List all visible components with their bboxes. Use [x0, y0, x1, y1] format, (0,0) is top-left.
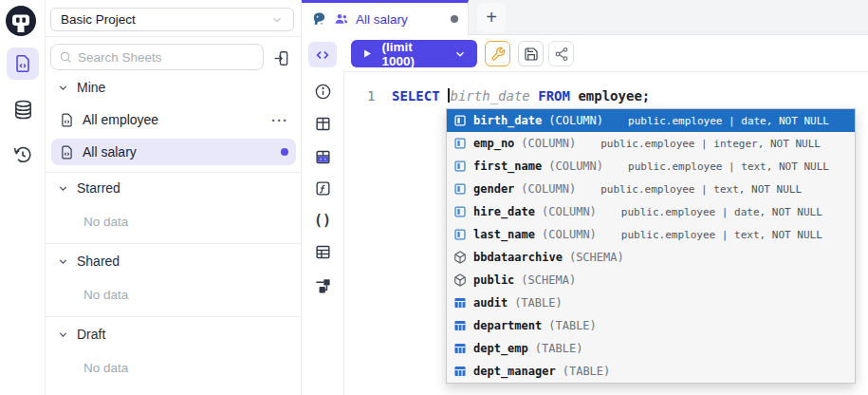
table-icon — [453, 342, 467, 355]
code-tail: employee; — [578, 88, 650, 103]
chevron-down-icon — [57, 182, 69, 195]
new-tab-button[interactable]: + — [477, 3, 506, 32]
sheet-item-label: All salary — [83, 144, 137, 160]
wrench-icon — [490, 47, 506, 62]
autocomplete-item-name: hire_date — [473, 205, 535, 218]
autocomplete-item[interactable]: dept_emp(TABLE) — [447, 337, 855, 360]
autocomplete-item-detail: public.employee | text, NOT NULL — [621, 229, 822, 241]
table-records-icon — [314, 148, 332, 166]
info-button[interactable] — [311, 80, 334, 103]
autocomplete-item-name: last_name — [473, 228, 535, 241]
project-selector[interactable]: Basic Project — [50, 8, 294, 31]
tab-bar: All salary + — [302, 0, 868, 35]
autocomplete-item-detail: public.employee | text, NOT NULL — [628, 160, 829, 173]
autocomplete-item-name: emp_no — [473, 137, 514, 150]
autocomplete-item[interactable]: last_name(COLUMN)public.employee | text,… — [447, 223, 855, 246]
autocomplete-item[interactable]: first_name(COLUMN)public.employee | text… — [447, 155, 855, 178]
autocomplete-item-detail: public.employee | integer, NOT NULL — [600, 138, 821, 150]
import-sheet-icon[interactable] — [271, 47, 292, 68]
run-query-button[interactable]: (limit 1000) — [351, 40, 477, 67]
data-table-button[interactable] — [311, 240, 334, 263]
editor-tool-strip: () — [302, 35, 343, 395]
keyword-select: SELECT — [392, 88, 440, 103]
query-tools-button[interactable] — [485, 41, 510, 66]
autocomplete-item-kind: (COLUMN) — [548, 160, 603, 173]
section-draft[interactable]: Draft — [57, 327, 105, 342]
autocomplete-item[interactable]: dept_manager(TABLE) — [447, 360, 855, 383]
autocomplete-item[interactable]: emp_no(COLUMN)public.employee | integer,… — [447, 132, 855, 155]
schema-flow-icon — [314, 276, 332, 294]
autocomplete-item-name: gender — [473, 182, 514, 196]
autocomplete-item-name: bbdataarchive — [473, 251, 563, 264]
function-button[interactable] — [311, 177, 334, 199]
draft-empty-text: No data — [83, 361, 128, 375]
tab-all-salary[interactable]: All salary — [302, 0, 469, 35]
section-shared[interactable]: Shared — [57, 254, 120, 269]
autocomplete-item-kind: (SCHEMA) — [521, 273, 576, 287]
autocomplete-item-kind: (TABLE) — [535, 342, 583, 355]
code-view-toggle[interactable] — [308, 42, 337, 67]
schema-icon — [453, 273, 467, 287]
table-icon — [453, 319, 467, 332]
autocomplete-item-name: first_name — [473, 160, 542, 173]
autocomplete-item[interactable]: birth_date(COLUMN)public.employee | date… — [447, 109, 855, 132]
table-view-button[interactable] — [311, 112, 334, 135]
sidebar-divider — [46, 243, 301, 244]
column-icon — [453, 137, 467, 150]
function-icon — [314, 179, 332, 198]
parentheses-icon: () — [314, 212, 331, 229]
table-icon — [453, 296, 467, 310]
autocomplete-item-kind: (TABLE) — [514, 296, 563, 310]
postgres-icon — [311, 11, 327, 28]
autocomplete-item-name: dept_emp — [473, 342, 528, 355]
active-sheet-dot — [281, 148, 288, 156]
autocomplete-item-kind: (TABLE) — [548, 319, 597, 332]
save-button[interactable] — [518, 41, 544, 66]
share-button[interactable] — [548, 41, 574, 66]
sheet-item-all-employee[interactable]: All employee ··· — [51, 106, 296, 133]
section-starred-label: Starred — [77, 180, 120, 196]
records-ai-button[interactable] — [311, 145, 334, 168]
column-icon — [453, 160, 467, 173]
section-mine-label: Mine — [77, 80, 105, 95]
sidebar-divider — [46, 36, 301, 37]
nav-sheets-button[interactable] — [7, 47, 39, 80]
chevron-down-icon — [57, 255, 69, 268]
autocomplete-item-detail: public.employee | date, NOT NULL — [628, 115, 829, 127]
code-line: SELECT birth_date FROM employee; — [392, 88, 650, 103]
sidebar-divider — [46, 172, 301, 173]
sheet-item-label: All employee — [83, 112, 158, 127]
autocomplete-item[interactable]: department(TABLE) — [447, 314, 855, 337]
line-number: 1 — [367, 88, 375, 103]
section-starred[interactable]: Starred — [57, 180, 120, 196]
share-icon — [554, 47, 569, 62]
sheet-item-all-salary[interactable]: All salary — [51, 139, 296, 165]
schema-flow-button[interactable] — [311, 273, 334, 296]
nav-database-button[interactable] — [7, 93, 39, 125]
column-icon — [453, 114, 467, 127]
run-limit-label: (limit 1000) — [381, 40, 446, 68]
search-sheets-box — [50, 44, 264, 70]
tab-dirty-dot — [451, 15, 458, 23]
section-mine[interactable]: Mine — [57, 80, 105, 95]
members-icon — [334, 11, 349, 27]
column-icon — [453, 228, 467, 241]
chevron-down-icon[interactable] — [446, 47, 467, 61]
chevron-down-icon — [270, 13, 284, 27]
search-sheets-input[interactable] — [78, 50, 255, 65]
autocomplete-item-detail: public.employee | date, NOT NULL — [621, 206, 822, 218]
column-icon — [453, 182, 467, 196]
robot-logo-icon — [5, 5, 37, 37]
autocomplete-item[interactable]: audit(TABLE) — [447, 292, 855, 314]
nav-history-button[interactable] — [7, 139, 39, 171]
autocomplete-item[interactable]: hire_date(COLUMN)public.employee | date,… — [447, 200, 855, 223]
autocomplete-item[interactable]: public(SCHEMA) — [447, 269, 855, 292]
autocomplete-item[interactable]: bbdataarchive(SCHEMA) — [447, 246, 855, 269]
autocomplete-item[interactable]: gender(COLUMN)public.employee | text, NO… — [447, 178, 855, 200]
sheet-menu-ellipsis-icon[interactable]: ··· — [271, 112, 288, 128]
section-draft-label: Draft — [77, 327, 105, 342]
app-logo[interactable] — [5, 5, 37, 37]
parameters-button[interactable]: () — [311, 209, 334, 232]
starred-empty-text: No data — [83, 215, 128, 229]
text-cursor — [448, 88, 450, 103]
